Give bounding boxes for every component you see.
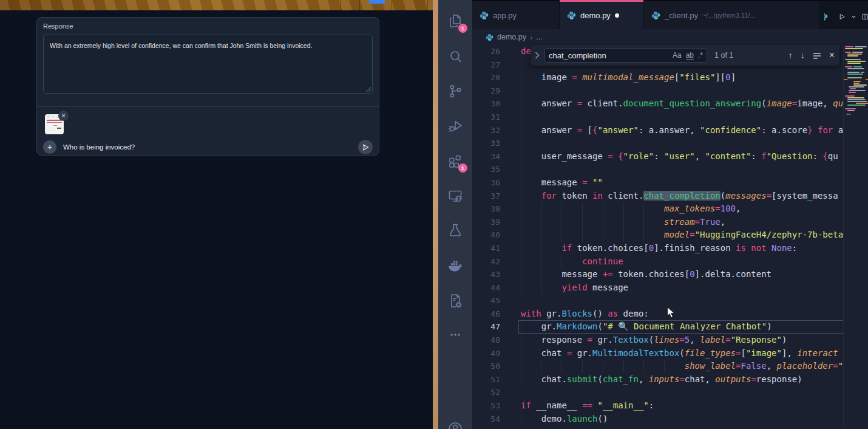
code-line[interactable]: 29 (472, 84, 843, 98)
run-dropdown-chevron-icon[interactable] (852, 15, 856, 19)
code-editor[interactable]: 26def2728image = multimodal_message["fil… (472, 45, 868, 429)
regex-button[interactable]: .* (698, 51, 703, 60)
close-find-button[interactable]: × (829, 50, 835, 61)
sidebar-item-extensions[interactable]: 1 (447, 153, 464, 170)
resize-handle-icon[interactable] (366, 87, 371, 92)
code-line[interactable]: 40model="HuggingFaceH4/zephyr-7b-beta (472, 228, 843, 242)
code-line[interactable]: 41if token.choices[0].finish_reason is n… (472, 242, 843, 255)
sidebar-item-remote-explorer[interactable] (447, 187, 464, 204)
code-line[interactable]: 30answer = client.document_question_answ… (472, 97, 843, 111)
tab-app-py[interactable]: app.py (472, 1, 560, 29)
doc-line (53, 125, 57, 126)
code-line[interactable]: 55 (472, 425, 843, 429)
sidebar-item-run-and-debug[interactable] (447, 117, 464, 134)
tab-label: demo.py (580, 11, 611, 20)
code-line[interactable]: 32answer = [{"answer": a.answer, "confid… (472, 124, 843, 137)
tab-label: _client.py (665, 11, 698, 20)
doc-line-red (47, 120, 62, 121)
toggle-replace-chevron-icon[interactable] (535, 52, 544, 59)
tab-path-hint: ~/.../python3.11/... (702, 12, 756, 19)
response-textarea[interactable]: With an extremely high level of confiden… (43, 35, 373, 94)
block-divider (37, 106, 379, 107)
strip-separator (392, 0, 392, 10)
response-label: Response (43, 22, 73, 30)
modified-dot-icon[interactable] (615, 13, 619, 18)
activity-bar: 1 (438, 0, 472, 429)
tab-client-py[interactable]: _client.py ~/.../python3.11/... (644, 1, 820, 29)
code-line[interactable]: 51chat.submit(chat_fn, inputs=chat, outp… (472, 373, 843, 386)
breadcrumb-separator: › (530, 33, 532, 42)
code-lines[interactable]: 26def2728image = multimodal_message["fil… (472, 45, 843, 429)
tab-bar: app.py demo.py (472, 0, 868, 29)
sidebar-item-docker[interactable] (447, 257, 464, 274)
doc-line (57, 128, 61, 129)
code-line[interactable]: 44yield message (472, 281, 843, 295)
python-icon (480, 11, 489, 20)
breadcrumb-more[interactable]: ... (536, 33, 542, 41)
attach-file-button[interactable]: + (43, 140, 56, 154)
sidebar-item-explorer[interactable]: 1 (447, 13, 464, 30)
code-line[interactable]: 53if __name__ == "__main__": (472, 399, 843, 413)
code-line[interactable]: 28image = multimodal_message["files"][0] (472, 71, 843, 84)
minimap[interactable] (843, 45, 868, 429)
code-line[interactable]: 54demo.launch() (472, 413, 843, 426)
find-widget: chat_completion Aa ab .* 1 of 1 ↑ ↓ × (531, 45, 839, 66)
sidebar-item-source-control[interactable] (447, 83, 464, 100)
breadcrumb[interactable]: demo.py › ... (472, 29, 868, 45)
screen: Response With an extremely high level of… (0, 0, 868, 429)
code-line[interactable]: 34user_message = {"role": "user", "conte… (472, 150, 843, 163)
breadcrumb-file[interactable]: demo.py (497, 33, 526, 41)
code-line[interactable]: 37for token in client.chat_completion(me… (472, 190, 843, 203)
split-editor-button[interactable] (862, 12, 868, 21)
python-icon (567, 11, 576, 20)
code-line[interactable]: 48response = gr.Textbox(lines=5, label="… (472, 334, 843, 347)
docker-icon (447, 257, 464, 274)
tab-demo-py[interactable]: demo.py (560, 1, 644, 29)
remove-attachment-button[interactable]: × (58, 111, 69, 121)
find-next-button[interactable]: ↓ (801, 50, 805, 60)
code-line[interactable]: 50show_label=False, placeholder=" (472, 360, 843, 373)
vscode-window: 1 (438, 0, 868, 429)
code-line[interactable]: 45 (472, 294, 843, 307)
extensions-badge: 1 (458, 163, 467, 173)
code-line[interactable]: 33 (472, 137, 843, 150)
doc-line-red (47, 122, 62, 123)
sidebar-item-cmake-tools[interactable] (447, 292, 464, 309)
remote-explorer-icon (447, 187, 464, 204)
code-line[interactable]: 35 (472, 163, 843, 176)
find-previous-button[interactable]: ↑ (788, 50, 793, 60)
chat-message-input[interactable]: Who is being invoiced? (63, 143, 358, 151)
chat-input-row: + Who is being invoiced? (43, 139, 373, 155)
code-line[interactable]: 38max_tokens=100, (472, 202, 843, 216)
response-and-chat-group: Response With an extremely high level of… (36, 17, 379, 156)
account-icon (447, 420, 464, 429)
sidebar-item-search[interactable] (447, 48, 464, 65)
ellipsis-icon (447, 326, 464, 343)
whole-word-button[interactable]: ab (686, 51, 694, 60)
find-results-count: 1 of 1 (714, 51, 733, 60)
find-in-selection-button[interactable] (813, 52, 821, 59)
code-line[interactable]: 49chat = gr.MultimodalTextbox(file_types… (472, 347, 843, 360)
search-icon (447, 48, 464, 65)
code-line[interactable]: 39stream=True, (472, 216, 843, 229)
response-text: With an extremely high level of confiden… (44, 35, 372, 57)
run-button[interactable] (838, 12, 846, 22)
find-input[interactable]: chat_completion Aa ab .* (544, 48, 707, 63)
code-line[interactable]: 31 (472, 111, 843, 124)
wallpaper-sliver (433, 0, 438, 429)
match-case-button[interactable]: Aa (673, 51, 682, 60)
code-line[interactable]: 36message = "" (472, 176, 843, 190)
doc-line (47, 117, 50, 117)
sidebar-item-account[interactable] (447, 420, 464, 429)
sidebar-item-testing[interactable] (447, 222, 464, 239)
explorer-badge: 1 (458, 24, 467, 33)
code-line[interactable]: 43message += token.choices[0].delta.cont… (472, 268, 843, 281)
send-icon (362, 143, 370, 151)
send-button[interactable] (358, 140, 373, 154)
code-line[interactable]: 42continue (472, 255, 843, 269)
code-line[interactable]: 52 (472, 386, 843, 399)
code-line[interactable]: 46with gr.Blocks() as demo: (472, 307, 843, 321)
code-line[interactable]: 47gr.Markdown("# 🔍 Document Analyzer Cha… (472, 320, 843, 334)
sidebar-item-more[interactable] (447, 326, 464, 343)
source-control-icon (447, 83, 464, 100)
